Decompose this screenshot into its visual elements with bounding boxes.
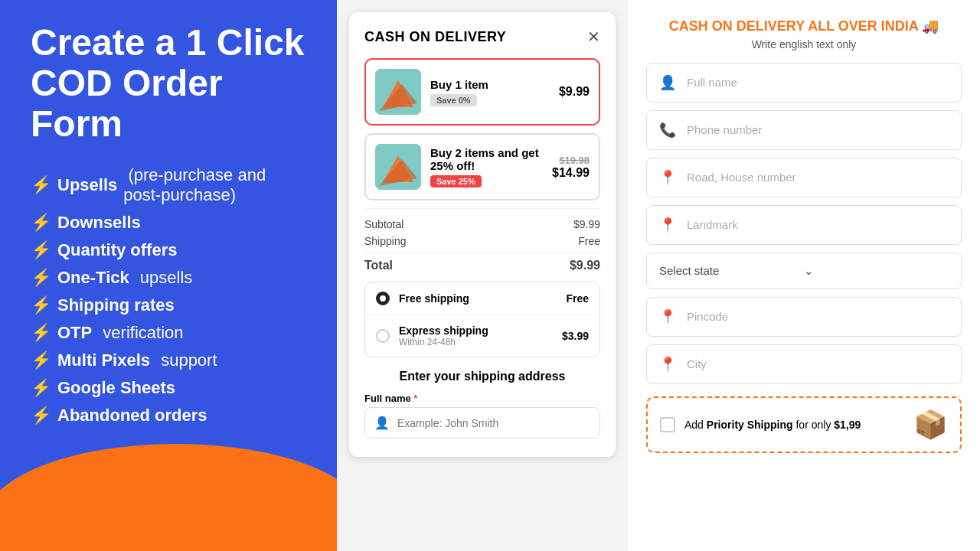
free-shipping-price: Free: [566, 292, 589, 305]
priority-shipping-box[interactable]: Add Priority Shipping for only $1,99 📦: [646, 396, 962, 453]
full-name-label: Full name *: [364, 393, 600, 404]
main-heading: Create a 1 Click COD Order Form: [31, 23, 306, 144]
shipping-label: Shipping: [364, 235, 407, 247]
state-select[interactable]: Select state ⌄: [646, 253, 962, 289]
shipping-option-express[interactable]: Express shipping Within 24-48h $3.99: [365, 315, 599, 357]
bolt-icon: ⚡: [31, 213, 51, 233]
full-name-field[interactable]: 👤: [364, 407, 600, 439]
feature-otp: ⚡ OTP verification: [31, 323, 306, 343]
product-price-1: $9.99: [559, 85, 590, 99]
box-icon: 📦: [913, 409, 948, 441]
shipping-options: Free shipping Free Express shipping With…: [364, 282, 600, 357]
discounted-price-2: $14.99: [552, 166, 590, 179]
chevron-down-icon: ⌄: [804, 264, 949, 278]
location-icon-4: 📍: [659, 356, 676, 373]
radio-free[interactable]: [376, 292, 390, 305]
full-name-input[interactable]: [397, 417, 590, 429]
total-row: Total $9.99: [364, 252, 600, 272]
bolt-icon: ⚡: [31, 406, 51, 425]
product-option-1[interactable]: Buy 1 item Save 0% $9.99: [364, 58, 600, 126]
feature-upsells: ⚡ Upsells (pre-purchase and post-purchas…: [31, 165, 306, 205]
subtotal-label: Subtotal: [364, 218, 403, 230]
required-marker: *: [413, 393, 417, 404]
pincode-placeholder: Pincode: [687, 310, 728, 323]
middle-panel: CASH ON DELIVERY ✕ Buy 1 item Save 0% $9…: [337, 0, 628, 551]
priority-checkbox[interactable]: [660, 417, 675, 432]
feature-list: ⚡ Upsells (pre-purchase and post-purchas…: [31, 165, 306, 425]
full-name-field-right[interactable]: 👤 Full name: [646, 63, 962, 103]
subtotal-row: Subtotal $9.99: [364, 218, 600, 230]
total-value: $9.99: [570, 259, 600, 272]
person-icon-right: 👤: [659, 74, 676, 91]
product-name-2: Buy 2 items and get 25% off!: [430, 146, 543, 172]
address-placeholder: Road, House number: [687, 171, 796, 184]
product-image-1: [375, 69, 421, 115]
phone-placeholder: Phone number: [687, 123, 762, 136]
express-shipping-price: $3.99: [562, 330, 589, 342]
shipping-option-free[interactable]: Free shipping Free: [365, 282, 599, 315]
address-title: Enter your shipping address: [364, 370, 600, 383]
modal-title: CASH ON DELIVERY: [364, 29, 506, 45]
save-badge-2: Save 25%: [430, 175, 482, 187]
shipping-value: Free: [578, 235, 600, 247]
city-field[interactable]: 📍 City: [646, 344, 962, 384]
city-placeholder: City: [687, 357, 707, 370]
address-section: Enter your shipping address Full name * …: [364, 357, 600, 442]
free-shipping-label: Free shipping: [399, 292, 557, 305]
product-info-2: Buy 2 items and get 25% off! Save 25%: [430, 146, 543, 187]
cod-modal: CASH ON DELIVERY ✕ Buy 1 item Save 0% $9…: [349, 12, 616, 457]
radio-express[interactable]: [376, 329, 390, 343]
right-header: CASH ON DELIVERY ALL OVER INDIA 🚚 Write …: [646, 18, 962, 51]
priority-price: $1,99: [834, 419, 861, 431]
order-summary: Subtotal $9.99 Shipping Free Total $9.99: [364, 208, 600, 272]
right-subtitle: Write english text only: [646, 38, 962, 51]
product-image-2: [375, 144, 421, 190]
subtotal-value: $9.99: [573, 218, 600, 230]
state-placeholder: Select state: [659, 264, 804, 277]
address-field[interactable]: 📍 Road, House number: [646, 158, 962, 197]
bolt-icon: ⚡: [31, 268, 51, 288]
feature-onetick: ⚡ One-Tick upsells: [31, 268, 306, 288]
left-panel: Create a 1 Click COD Order Form ⚡ Upsell…: [0, 0, 337, 551]
product-option-2[interactable]: Buy 2 items and get 25% off! Save 25% $1…: [364, 133, 600, 201]
phone-field[interactable]: 📞 Phone number: [646, 110, 962, 150]
priority-text: Add Priority Shipping for only $1,99: [684, 419, 904, 431]
person-icon: 👤: [374, 416, 390, 430]
shipping-row: Shipping Free: [364, 235, 600, 247]
location-icon-2: 📍: [659, 217, 676, 233]
priority-text-after: for only: [793, 419, 835, 431]
location-icon-1: 📍: [659, 169, 676, 186]
bolt-icon: ⚡: [31, 240, 51, 260]
right-title: CASH ON DELIVERY ALL OVER INDIA 🚚: [646, 18, 962, 35]
landmark-field[interactable]: 📍 Landmark: [646, 205, 962, 245]
feature-pixels: ⚡ Multi Pixels support: [31, 350, 306, 370]
bolt-icon: ⚡: [31, 323, 51, 343]
full-name-placeholder-right: Full name: [687, 76, 737, 89]
phone-icon: 📞: [659, 122, 676, 139]
feature-abandoned: ⚡ Abandoned orders: [31, 406, 306, 425]
product-info-1: Buy 1 item Save 0%: [430, 78, 550, 106]
original-price-2: $19.98: [552, 155, 590, 166]
pincode-field[interactable]: 📍 Pincode: [646, 297, 962, 337]
priority-bold: Priority Shipping: [707, 419, 793, 431]
feature-downsells: ⚡ Downsells: [31, 213, 306, 233]
landmark-placeholder: Landmark: [687, 218, 738, 231]
right-panel: CASH ON DELIVERY ALL OVER INDIA 🚚 Write …: [628, 0, 980, 551]
feature-shipping: ⚡ Shipping rates: [31, 295, 306, 315]
close-button[interactable]: ✕: [587, 28, 600, 46]
feature-sheets: ⚡ Google Sheets: [31, 378, 306, 398]
feature-quantity: ⚡ Quantity offers: [31, 240, 306, 260]
bolt-icon: ⚡: [31, 350, 51, 370]
express-shipping-label: Express shipping Within 24-48h: [399, 324, 553, 347]
modal-header: CASH ON DELIVERY ✕: [364, 28, 600, 46]
product-name-1: Buy 1 item: [430, 78, 550, 91]
location-icon-3: 📍: [659, 308, 676, 325]
bolt-icon: ⚡: [31, 295, 51, 315]
priority-text-before: Add: [684, 419, 707, 431]
orange-blob: [0, 444, 337, 551]
product-price-2: $19.98 $14.99: [552, 155, 590, 180]
bolt-icon: ⚡: [31, 378, 51, 398]
total-label: Total: [364, 259, 393, 272]
save-badge-1: Save 0%: [430, 94, 477, 106]
bolt-icon: ⚡: [31, 175, 51, 195]
